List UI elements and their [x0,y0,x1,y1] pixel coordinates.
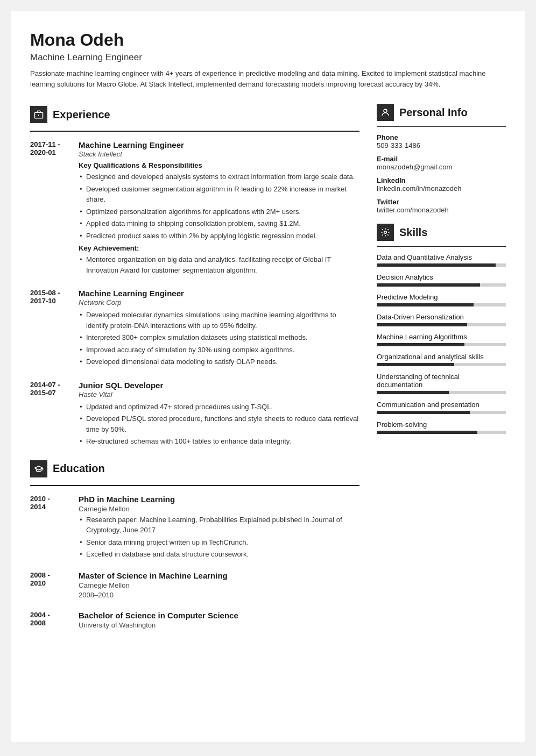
skill-bar-bg [377,411,506,414]
skill-bar-bg [377,283,506,287]
header-section: Mona Odeh Machine Learning Engineer Pass… [30,30,506,90]
main-layout: Experience 2017-11 -2020-01Machine Learn… [30,104,506,640]
personal-info-value: twitter.com/monazodeh [377,206,506,214]
job-title: Junior SQL Developer [79,381,359,390]
skill-bar-fill [377,263,496,267]
skills-icon [377,224,394,241]
skill-bar-fill [377,391,449,394]
personal-info-item: Twittertwitter.com/monazodeh [377,198,506,214]
exp-content: Machine Learning EngineerNetwork CorpDev… [79,289,359,369]
achievement-item: Mentored organization on big data and an… [79,254,359,275]
skill-bar-fill [377,303,474,306]
personal-info-item: E-mailmonazodeh@gmail.com [377,155,506,171]
year-range: 2008–2010 [79,591,228,599]
edu-date: 2008 -2010 [30,571,70,601]
skill-name: Machine Learning Algorithms [377,333,506,341]
skill-item: Machine Learning Algorithms [377,333,506,346]
responsibilities-list: Developed molecular dynamics simulations… [79,310,359,367]
degree-title: Bachelor of Science in Computer Science [79,611,238,620]
personal-info-header: Personal Info [377,104,506,121]
skill-bar-fill [377,343,464,346]
skills-header: Skills [377,224,506,241]
skill-item: Communication and presentation [377,401,506,414]
responsibility-item: Developed molecular dynamics simulations… [79,310,359,331]
skill-bar-fill [377,431,477,434]
skill-bar-fill [377,411,470,414]
exp-content: Junior SQL DeveloperHaste VitalUpdated a… [79,381,359,448]
skill-bar-bg [377,363,506,366]
skill-item: Predictive Modeling [377,293,506,306]
responsibility-item: Predicted product sales to within 2% by … [79,231,359,241]
responsibilities-list: Updated and optimized 47+ stored procedu… [79,402,359,447]
skill-name: Data and Quantitative Analysis [377,253,506,261]
skill-name: Organizational and analytical skills [377,353,506,361]
responsibility-item: Updated and optimized 47+ stored procedu… [79,402,359,412]
skills-title: Skills [399,226,427,239]
responsibilities-list: Designed and developed analysis systems … [79,172,359,241]
responsibility-item: Interpreted 300+ complex simulation data… [79,332,359,343]
edu-content: Bachelor of Science in Computer ScienceU… [79,611,238,631]
personal-info-title: Personal Info [399,106,468,119]
responsibility-item: Designed and developed analysis systems … [79,172,359,182]
edu-bullets-list: Research paper: Machine Learning, Probab… [79,515,359,560]
experience-entry: 2015-08 -2017-10Machine Learning Enginee… [30,289,359,369]
experience-list: 2017-11 -2020-01Machine Learning Enginee… [30,140,359,448]
edu-bullet-item: Excelled in database and data structure … [79,549,359,560]
resume: Mona Odeh Machine Learning Engineer Pass… [11,11,525,742]
personal-info-label: E-mail [377,155,506,163]
skill-name: Understanding of technical documentation [377,373,506,389]
achievement-label: Key Achievement: [79,244,359,252]
education-section: Education 2010 -2014PhD in Machine Learn… [30,460,359,631]
skill-bar-bg [377,343,506,346]
candidate-title: Machine Learning Engineer [30,52,506,63]
left-column: Experience 2017-11 -2020-01Machine Learn… [30,104,359,640]
skill-item: Decision Analytics [377,273,506,287]
skill-name: Data-Driven Personalization [377,313,506,321]
skill-item: Problem-solving [377,420,506,434]
personal-info-value: monazodeh@gmail.com [377,163,506,171]
candidate-name: Mona Odeh [30,30,506,50]
exp-date: 2014-07 -2015-07 [30,381,70,448]
education-title: Education [53,462,105,475]
personal-info-item: Phone509-333-1486 [377,133,506,149]
degree-title: PhD in Machine Learning [79,495,359,504]
education-icon [30,460,47,477]
skills-divider [377,246,506,247]
skill-item: Data and Quantitative Analysis [377,253,506,267]
summary-text: Passionate machine learning engineer wit… [30,68,506,90]
education-list: 2010 -2014PhD in Machine LearningCarnegi… [30,495,359,631]
experience-section: Experience 2017-11 -2020-01Machine Learn… [30,106,359,448]
responsibility-item: Applied data mining to shipping consolid… [79,218,359,229]
experience-entry: 2014-07 -2015-07Junior SQL DeveloperHast… [30,381,359,448]
personal-info-icon [377,104,394,121]
skill-bar-bg [377,303,506,306]
personal-info-list: Phone509-333-1486E-mailmonazodeh@gmail.c… [377,133,506,214]
responsibilities-label: Key Qualifications & Responsibilities [79,161,359,169]
skill-bar-bg [377,391,506,394]
experience-entry: 2017-11 -2020-01Machine Learning Enginee… [30,140,359,277]
edu-bullet-item: Research paper: Machine Learning, Probab… [79,515,359,536]
skill-bar-fill [377,283,480,287]
skill-name: Communication and presentation [377,401,506,409]
personal-info-value: 509-333-1486 [377,141,506,149]
skill-bar-bg [377,323,506,326]
company-name: Stack Intellect [79,150,359,158]
responsibility-item: Improved accuracy of simulation by 30% u… [79,345,359,355]
experience-icon [30,106,47,123]
skill-bar-bg [377,431,506,434]
edu-date: 2004 -2008 [30,611,70,631]
skill-bar-fill [377,323,467,326]
institution-name: University of Washington [79,621,238,629]
skill-bar-bg [377,263,506,267]
company-name: Network Corp [79,298,359,306]
edu-content: Master of Science in Machine LearningCar… [79,571,228,601]
responsibility-item: Developed dimensional data modeling to s… [79,356,359,367]
exp-date: 2017-11 -2020-01 [30,140,70,277]
company-name: Haste Vital [79,390,359,398]
skills-list: Data and Quantitative AnalysisDecision A… [377,253,506,434]
skill-name: Decision Analytics [377,273,506,281]
experience-divider [30,131,359,132]
skills-section: Skills Data and Quantitative AnalysisDec… [377,224,506,434]
achievements-list: Mentored organization on big data and an… [79,254,359,275]
institution-name: Carnegie Mellon [79,505,359,513]
